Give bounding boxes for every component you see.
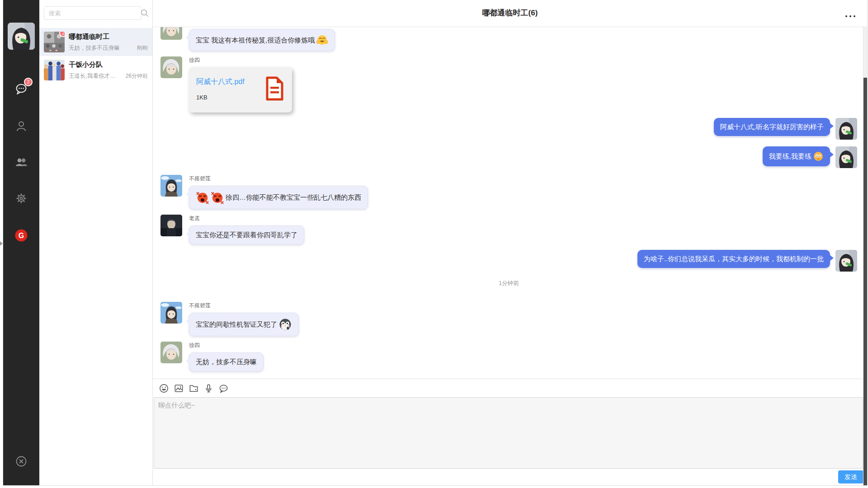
avatar-bilian[interactable] (160, 302, 182, 324)
settings-gear-icon[interactable] (14, 192, 28, 205)
message-content: 不摇碧莲徐四…你能不能不教宝宝一些乱七八糟的东西 (189, 175, 368, 209)
microphone-icon[interactable] (203, 383, 214, 394)
send-button[interactable]: 发送 (838, 470, 863, 483)
chat-item-last-message: 王道长,我看你才… (69, 72, 124, 80)
avatar-baobao[interactable] (835, 118, 857, 140)
svg-text:G: G (19, 232, 24, 239)
sender-name: 徐四 (189, 56, 292, 64)
sender-name: 徐四 (189, 342, 264, 349)
message-content: 为啥子..你们总说我呆瓜，其实大多的时候，我都机制的一批 (637, 250, 830, 268)
image-picture-icon[interactable] (174, 383, 184, 394)
chat-list-item[interactable]: 干饭小分队 王道长,我看你才… 26分钟前 (39, 56, 152, 84)
message-text: 我要练,我要练 (769, 152, 811, 161)
angry-face-emoji (211, 191, 224, 204)
composer-toolbar (153, 379, 867, 397)
chat-item-text: 哪都通临时工 无妨，技多不压身嘛 刚刚 (69, 32, 148, 52)
search-input[interactable] (44, 6, 142, 20)
chat-title: 哪都通临时工(6) (153, 0, 867, 26)
message-row: 徐四阿威十八式.pdf1KB (160, 56, 857, 113)
message-row: 徐四宝宝 我这有本祖传秘笈,很适合你修炼哦 (160, 27, 857, 51)
message-row: 不摇碧莲宝宝的间歇性机智证又犯了 (160, 302, 857, 336)
chat-item-time: 刚刚 (137, 44, 148, 52)
chat-item-text: 干饭小分队 王道长,我看你才… 26分钟前 (69, 60, 148, 80)
message-content: 阿威十八式,听名字就好厉害的样子 (714, 118, 830, 136)
message-bubble: 为啥子..你们总说我呆瓜，其实大多的时候，我都机制的一批 (637, 250, 830, 268)
chat-item-time: 26分钟前 (126, 72, 148, 80)
scrollbar-thumb[interactable] (863, 78, 867, 485)
sender-name: 老孟 (189, 215, 304, 222)
message-text: 无妨，技多不压身嘛 (196, 357, 257, 366)
message-content: 老孟宝宝你还是不要跟着你四哥乱学了 (189, 215, 304, 244)
message-bubble: 宝宝的间歇性机智证又犯了 (189, 313, 299, 336)
message-text: 为啥子..你们总说我呆瓜，其实大多的时候，我都机制的一批 (644, 254, 824, 263)
message-bubble: 我要练,我要练 (763, 146, 830, 166)
message-bubble: 徐四…你能不能不教宝宝一些乱七八糟的东西 (189, 186, 368, 209)
hug-face-emoji (316, 34, 328, 46)
message-bubble: 阿威十八式,听名字就好厉害的样子 (714, 118, 830, 136)
chat-list-item[interactable]: 2 哪都通临时工 无妨，技多不压身嘛 刚刚 (39, 28, 152, 56)
g-logo-icon[interactable]: G (14, 229, 28, 242)
message-content: 徐四无妨，技多不压身嘛 (189, 342, 264, 371)
message-content: 徐四阿威十八式.pdf1KB (189, 56, 292, 113)
avatar-baobao[interactable] (835, 146, 857, 168)
group-avatar (44, 60, 65, 80)
pdf-file-icon (265, 76, 284, 101)
angry-face-emoji (196, 191, 209, 204)
app-window: 2 G 2 (3, 0, 868, 486)
message-content: 不摇碧莲宝宝的间歇性机智证又犯了 (189, 302, 299, 336)
search-icon[interactable] (140, 8, 150, 18)
file-attachment[interactable]: 阿威十八式.pdf1KB (189, 67, 292, 113)
message-content: 我要练,我要练 (763, 146, 830, 166)
more-menu-icon[interactable] (844, 12, 856, 15)
user-avatar[interactable] (8, 23, 35, 50)
main-chat-panel: 哪都通临时工(6) 徐四宝宝 我这有本祖传秘笈,很适合你修炼哦徐四阿威十八式.p… (153, 0, 867, 485)
message-text: 宝宝你还是不要跟着你四哥乱学了 (196, 230, 297, 239)
message-list: 徐四宝宝 我这有本祖传秘笈,很适合你修炼哦徐四阿威十八式.pdf1KB阿威十八式… (153, 27, 867, 379)
contacts-person-icon[interactable] (14, 119, 28, 133)
avatar-xusi[interactable] (160, 342, 182, 363)
avatar-baobao[interactable] (835, 250, 857, 272)
message-bubble: 宝宝 我这有本祖传秘笈,很适合你修炼哦 (189, 29, 335, 51)
message-text: 宝宝 我这有本祖传秘笈,很适合你修炼哦 (196, 36, 315, 45)
chat-header: 哪都通临时工(6) (153, 0, 867, 27)
file-info: 阿威十八式.pdf1KB (196, 75, 265, 113)
message-input[interactable] (154, 397, 863, 469)
emoji-smiley-icon[interactable] (159, 383, 169, 394)
message-row: 老孟宝宝你还是不要跟着你四哥乱学了 (160, 215, 857, 244)
message-content: 徐四宝宝 我这有本祖传秘笈,很适合你修炼哦 (189, 27, 335, 51)
penguin-emoji (278, 318, 292, 331)
avatar-xusi[interactable] (160, 27, 182, 40)
composer: 发送 (153, 379, 867, 485)
avatar-bilian[interactable] (160, 175, 182, 197)
file-size: 1KB (196, 94, 265, 101)
message-text: 宝宝的间歇性机智证又犯了 (196, 320, 277, 329)
avatar-laomeng[interactable] (160, 215, 182, 236)
search-bar (44, 6, 142, 20)
folder-icon[interactable] (189, 383, 199, 394)
chat-item-last-message: 无妨，技多不压身嘛 (69, 44, 135, 52)
chat-unread-badge: 2 (24, 78, 33, 86)
message-text: 徐四…你能不能不教宝宝一些乱七八糟的东西 (226, 193, 361, 202)
avatar-xusi[interactable] (160, 56, 182, 78)
message-row: 我要练,我要练 (160, 146, 857, 168)
file-name[interactable]: 阿威十八式.pdf (196, 77, 265, 87)
sender-name: 不摇碧莲 (189, 302, 299, 309)
message-text: 阿威十八式,听名字就好厉害的样子 (720, 122, 824, 131)
melt-face-emoji (813, 151, 824, 162)
scrollbar-track[interactable] (863, 27, 867, 485)
message-bubble: 宝宝你还是不要跟着你四哥乱学了 (189, 225, 304, 244)
send-row: 发送 (153, 469, 867, 485)
chat-item-title: 干饭小分队 (69, 60, 148, 69)
close-circle-icon[interactable] (14, 455, 28, 468)
message-row: 阿威十八式,听名字就好厉害的样子 (160, 118, 857, 140)
left-sidebar: 2 G (3, 0, 39, 485)
chat-list-panel: 2 哪都通临时工 无妨，技多不压身嘛 刚刚 干饭小分队 王道长,我看你才… 26… (39, 0, 153, 485)
chat-item-title: 哪都通临时工 (69, 32, 148, 41)
message-row: 徐四无妨，技多不压身嘛 (160, 342, 857, 371)
group-avatar: 2 (44, 32, 65, 52)
message-row: 不摇碧莲徐四…你能不能不教宝宝一些乱七八糟的东西 (160, 175, 857, 209)
message-bubble: 无妨，技多不压身嘛 (189, 352, 264, 371)
chat-bubble-icon[interactable] (218, 383, 229, 394)
group-people-icon[interactable] (14, 155, 28, 169)
sender-name: 不摇碧莲 (189, 175, 368, 182)
